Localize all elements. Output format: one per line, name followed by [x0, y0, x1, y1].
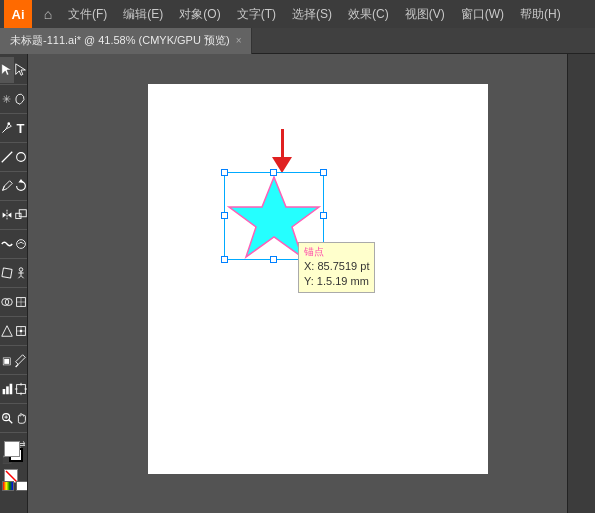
right-panel	[567, 54, 595, 513]
tab-close-button[interactable]: ×	[236, 36, 242, 46]
wand-lasso-group: ✳	[0, 85, 27, 114]
transform-group	[0, 259, 27, 288]
info-label: 锚点	[304, 245, 369, 259]
svg-rect-12	[2, 268, 12, 278]
gradient-mode-button[interactable]	[16, 481, 28, 491]
eyedropper-tool[interactable]	[13, 347, 27, 373]
svg-marker-5	[18, 179, 23, 183]
lasso-tool[interactable]	[13, 86, 27, 112]
svg-line-3	[2, 152, 13, 163]
rotate-tool[interactable]	[14, 173, 28, 199]
direct-selection-tool[interactable]	[14, 57, 28, 83]
zoom-tool[interactable]	[0, 405, 14, 431]
pencil-tool[interactable]	[0, 173, 14, 199]
live-paint-tool[interactable]	[14, 289, 28, 315]
svg-line-38	[9, 420, 13, 424]
fill-color-box[interactable]	[4, 441, 20, 457]
menu-file[interactable]: 文件(F)	[60, 0, 115, 28]
menu-type[interactable]: 文字(T)	[229, 0, 284, 28]
scale-tool[interactable]	[14, 202, 28, 228]
pen-tool[interactable]	[0, 115, 14, 141]
ellipse-tool[interactable]	[14, 144, 28, 170]
menu-bar: Ai ⌂ 文件(F) 编辑(E) 对象(O) 文字(T) 选择(S) 效果(C)…	[0, 0, 595, 28]
svg-marker-7	[3, 212, 7, 217]
mesh-tool[interactable]	[14, 318, 28, 344]
reflect-tool[interactable]	[0, 202, 14, 228]
tab-label: 未标题-111.ai* @ 41.58% (CMYK/GPU 预览)	[10, 33, 230, 48]
menu-select[interactable]: 选择(S)	[284, 0, 340, 28]
menu-help[interactable]: 帮助(H)	[512, 0, 569, 28]
svg-line-16	[18, 276, 21, 279]
svg-point-4	[17, 153, 26, 162]
chart-tool[interactable]	[0, 376, 14, 402]
svg-marker-0	[2, 64, 12, 75]
svg-line-17	[21, 276, 24, 279]
svg-marker-1	[16, 64, 26, 75]
zoom-hand-group	[0, 404, 27, 433]
pen-type-group: T	[0, 114, 27, 143]
color-mode-buttons	[2, 481, 28, 491]
menu-effect[interactable]: 效果(C)	[340, 0, 397, 28]
width-warp-group	[0, 230, 27, 259]
svg-point-11	[17, 240, 26, 249]
info-line2: Y: 1.5.19 mm	[304, 274, 369, 289]
direction-arrow	[272, 129, 292, 173]
svg-point-13	[19, 268, 23, 272]
reflect-scale-group	[0, 201, 27, 230]
info-tooltip: 锚点 X: 85.7519 pt Y: 1.5.19 mm	[298, 242, 375, 293]
gradient-tool[interactable]: ▣	[0, 347, 13, 373]
width-tool[interactable]	[0, 231, 14, 257]
pencil-rotate-group	[0, 172, 27, 201]
arrow-head	[272, 157, 292, 173]
svg-point-27	[20, 330, 23, 333]
menu-view[interactable]: 视图(V)	[397, 0, 453, 28]
svg-rect-9	[16, 213, 21, 218]
svg-rect-30	[6, 386, 9, 394]
warp-tool[interactable]	[14, 231, 28, 257]
type-tool[interactable]: T	[14, 115, 27, 141]
svg-rect-29	[3, 389, 6, 394]
info-line1: X: 85.7519 pt	[304, 259, 369, 274]
home-button[interactable]: ⌂	[36, 2, 60, 26]
perspective-grid-tool[interactable]	[0, 318, 14, 344]
left-toolbar: ✳ T	[0, 54, 28, 513]
artboard-tool[interactable]	[14, 376, 28, 402]
svg-line-28	[16, 364, 19, 367]
perspective-group	[0, 317, 27, 346]
menu-object[interactable]: 对象(O)	[171, 0, 228, 28]
hand-tool[interactable]	[14, 405, 28, 431]
svg-marker-8	[8, 212, 12, 217]
magic-wand-tool[interactable]: ✳	[0, 86, 13, 112]
color-mode-button[interactable]	[2, 481, 14, 491]
shape-tools-group	[0, 143, 27, 172]
selection-tool[interactable]	[0, 57, 14, 83]
logo-text: Ai	[12, 7, 25, 22]
svg-point-2	[7, 122, 10, 125]
puppet-warp-tool[interactable]	[14, 260, 28, 286]
document-tab[interactable]: 未标题-111.ai* @ 41.58% (CMYK/GPU 预览) ×	[0, 28, 252, 54]
arrow-shaft	[281, 129, 284, 157]
main-layout: ✳ T	[0, 54, 595, 513]
selection-tools-group	[0, 56, 27, 85]
app-logo: Ai	[4, 0, 32, 28]
svg-marker-23	[2, 326, 13, 337]
shape-builder-tool[interactable]	[0, 289, 14, 315]
line-tool[interactable]	[0, 144, 14, 170]
canvas-area[interactable]: 锚点 X: 85.7519 pt Y: 1.5.19 mm	[28, 54, 567, 513]
svg-rect-32	[17, 385, 26, 394]
menu-edit[interactable]: 编辑(E)	[115, 0, 171, 28]
selection-tool-row	[0, 57, 27, 83]
gradient-group: ▣	[0, 346, 27, 375]
svg-rect-31	[10, 384, 13, 395]
menu-window[interactable]: 窗口(W)	[453, 0, 512, 28]
chart-artboard-group	[0, 375, 27, 404]
free-transform-tool[interactable]	[0, 260, 14, 286]
shape-builder-group	[0, 288, 27, 317]
tab-bar: 未标题-111.ai* @ 41.58% (CMYK/GPU 预览) ×	[0, 28, 595, 54]
